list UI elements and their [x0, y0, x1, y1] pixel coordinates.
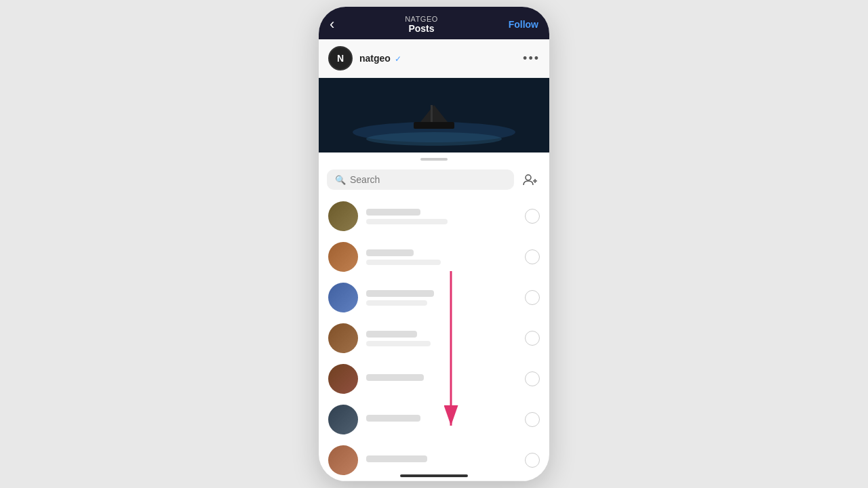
post-image	[319, 78, 549, 152]
follow-button[interactable]: Follow	[509, 19, 538, 30]
action-bar: Add to story Share to...	[319, 481, 549, 481]
back-button[interactable]: ‹	[330, 16, 334, 33]
header-posts: Posts	[405, 23, 438, 34]
contact-avatar	[328, 405, 358, 434]
search-input[interactable]	[350, 174, 506, 185]
header-username: NATGEO	[405, 15, 438, 23]
contact-sub	[366, 341, 431, 346]
contact-checkbox[interactable]	[525, 331, 540, 346]
contact-item[interactable]	[319, 359, 549, 399]
svg-rect-3	[414, 122, 454, 129]
add-friends-button[interactable]	[519, 169, 541, 190]
contact-item[interactable]	[319, 399, 549, 440]
contact-name	[366, 249, 414, 256]
handle-bar	[319, 152, 549, 163]
svg-point-6	[526, 175, 531, 180]
contact-avatar	[328, 323, 358, 353]
verified-badge: ✓	[395, 54, 401, 64]
contact-avatar	[328, 283, 358, 312]
contact-item[interactable]	[319, 318, 549, 359]
contact-sub	[366, 219, 448, 224]
contact-avatar	[328, 201, 358, 231]
contact-name	[366, 374, 424, 381]
contact-item[interactable]	[319, 277, 549, 318]
home-indicator	[400, 474, 468, 477]
contact-checkbox[interactable]	[525, 290, 540, 305]
contact-name	[366, 290, 434, 297]
search-row: 🔍	[319, 163, 549, 196]
more-options-button[interactable]: •••	[523, 52, 540, 66]
svg-rect-5	[431, 105, 433, 122]
contact-avatar	[328, 242, 358, 272]
contact-item[interactable]	[319, 237, 549, 277]
svg-point-2	[366, 132, 502, 146]
contact-sub	[366, 300, 427, 306]
contact-avatar	[328, 364, 358, 394]
contact-sub	[366, 260, 441, 265]
contact-avatar	[328, 445, 358, 475]
contact-list	[319, 196, 549, 481]
contact-checkbox[interactable]	[525, 453, 540, 468]
contact-checkbox[interactable]	[525, 209, 540, 224]
contact-name	[366, 209, 420, 216]
profile-name: natgeo	[359, 53, 391, 64]
contact-name	[366, 415, 420, 422]
contact-item[interactable]	[319, 196, 549, 237]
contact-checkbox[interactable]	[525, 412, 540, 427]
search-icon: 🔍	[335, 175, 346, 185]
contact-name	[366, 331, 417, 338]
contact-checkbox[interactable]	[525, 249, 540, 264]
contact-checkbox[interactable]	[525, 371, 540, 386]
contact-name	[366, 455, 427, 462]
profile-avatar: N	[328, 46, 353, 70]
